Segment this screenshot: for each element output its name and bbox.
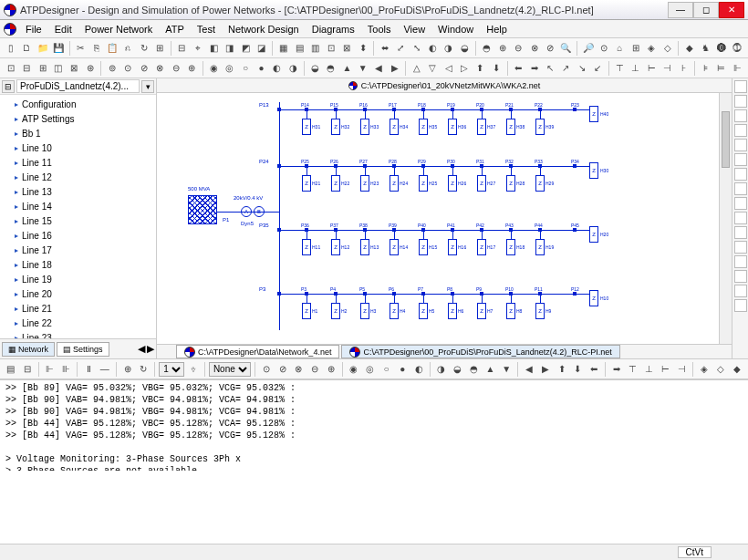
rstrip-btn-11[interactable] — [734, 241, 747, 254]
tb1-btn-42[interactable]: ⓿ — [714, 40, 728, 57]
tb1-btn-23[interactable]: ⤢ — [394, 40, 408, 57]
bt-btn-x21[interactable]: ⊤ — [626, 361, 640, 378]
bt-btn-x18[interactable]: ⬇ — [571, 361, 586, 378]
bt-btn-5[interactable]: — — [98, 361, 112, 378]
tb1-btn-34[interactable]: 🔎 — [581, 40, 595, 57]
tb2-btn-9[interactable]: ⊗ — [153, 60, 167, 77]
bt-btn-x2[interactable]: ⊗ — [291, 361, 306, 378]
tree-item-11[interactable]: ▸Line 18 — [0, 257, 156, 272]
tree-item-7[interactable]: ▸Line 14 — [0, 199, 156, 213]
tb1-btn-20[interactable]: ⊠ — [340, 40, 354, 57]
tb2-btn-38[interactable]: ⊢ — [645, 60, 659, 77]
tree-item-5[interactable]: ▸Line 12 — [0, 170, 156, 184]
tb1-btn-25[interactable]: ◐ — [426, 40, 440, 57]
tab-network[interactable]: ▦ Network — [2, 342, 55, 357]
tree-dropdown-button[interactable]: ▾ — [141, 80, 154, 93]
rstrip-btn-13[interactable] — [734, 270, 747, 283]
tab-settings[interactable]: ▤ Settings — [57, 342, 109, 357]
bt-btn-6[interactable]: ⊕ — [120, 361, 135, 378]
tree-item-13[interactable]: ▸Line 20 — [0, 286, 156, 301]
tb1-btn-32[interactable]: ⊘ — [543, 40, 556, 57]
bt-btn-x5[interactable]: ◉ — [347, 361, 361, 378]
tb1-btn-29[interactable]: ⊕ — [495, 40, 509, 57]
tb1-btn-27[interactable]: ◒ — [457, 40, 471, 57]
tb2-btn-37[interactable]: ⊥ — [629, 60, 642, 77]
rstrip-btn-10[interactable] — [734, 226, 747, 239]
rstrip-btn-1[interactable] — [734, 95, 747, 108]
bt-btn-x11[interactable]: ◒ — [451, 361, 465, 378]
tb1-btn-9[interactable]: ⊞ — [153, 40, 167, 57]
tb1-btn-33[interactable]: 🔍 — [559, 40, 573, 57]
bt-btn-x4[interactable]: ⊕ — [324, 361, 338, 378]
tb2-btn-23[interactable]: ▶ — [388, 60, 401, 77]
maximize-button[interactable]: ◻ — [693, 2, 719, 18]
tree-item-12[interactable]: ▸Line 19 — [0, 272, 156, 286]
canvas-tab-1[interactable]: C:\ATPDesigner\Data\Network_4.net — [176, 345, 339, 358]
bt-btn-x26[interactable]: ◇ — [713, 361, 728, 378]
tree-root[interactable]: ProFuDiS_Landnetz(4.2)... — [16, 79, 140, 93]
bt-btn-x3[interactable]: ⊖ — [307, 361, 322, 378]
tb1-btn-15[interactable]: ◪ — [255, 40, 268, 57]
tb2-btn-33[interactable]: ↗ — [559, 60, 573, 77]
bt-btn-1[interactable]: ⊟ — [20, 361, 35, 378]
tb1-btn-12[interactable]: ◧ — [207, 40, 221, 57]
bt-btn-x15[interactable]: ◀ — [522, 361, 536, 378]
canvas-tab-2[interactable]: C:\ATPDesigner\00_ProFuDiS\ProFuDiS_Land… — [341, 345, 619, 358]
tb1-btn-17[interactable]: ▤ — [292, 40, 306, 57]
tb1-btn-41[interactable]: ♞ — [699, 40, 712, 57]
tb2-btn-1[interactable]: ⊟ — [19, 60, 33, 77]
rstrip-btn-2[interactable] — [734, 109, 747, 122]
bt-btn-x27[interactable]: ◆ — [730, 361, 744, 378]
tb1-btn-3[interactable]: 💾 — [51, 40, 65, 57]
tb2-btn-16[interactable]: ◐ — [270, 60, 284, 77]
rstrip-btn-4[interactable] — [734, 139, 747, 151]
tb1-btn-1[interactable]: 🗋 — [19, 40, 33, 57]
tb2-btn-8[interactable]: ⊘ — [137, 60, 151, 77]
tb1-btn-5[interactable]: ⎘ — [89, 40, 103, 57]
tb1-btn-28[interactable]: ◓ — [480, 40, 493, 57]
tb1-btn-21[interactable]: ⬍ — [356, 40, 369, 57]
rstrip-btn-3[interactable] — [734, 124, 747, 137]
tb2-btn-34[interactable]: ↘ — [575, 60, 588, 77]
tb1-btn-8[interactable]: ↻ — [137, 40, 151, 57]
tb2-btn-22[interactable]: ◀ — [371, 60, 385, 77]
tb2-btn-26[interactable]: ◁ — [442, 60, 455, 77]
bt-btn-x1[interactable]: ⊘ — [275, 361, 290, 378]
tb1-btn-36[interactable]: ⌂ — [613, 40, 627, 57]
tb1-btn-35[interactable]: ⊙ — [597, 40, 610, 57]
tb2-btn-27[interactable]: ▷ — [457, 60, 471, 77]
bt-btn-x10[interactable]: ◑ — [434, 361, 449, 378]
tb1-btn-38[interactable]: ◈ — [645, 40, 659, 57]
tb2-btn-35[interactable]: ↙ — [590, 60, 604, 77]
tb2-btn-17[interactable]: ◑ — [286, 60, 300, 77]
tb2-btn-36[interactable]: ⊤ — [613, 60, 627, 77]
menu-power-network[interactable]: Power Network — [79, 22, 159, 36]
close-button[interactable]: ✕ — [719, 2, 744, 18]
tb1-btn-13[interactable]: ◨ — [223, 40, 236, 57]
tb2-btn-31[interactable]: ➡ — [527, 60, 541, 77]
diagram-canvas[interactable]: 500 MVAAB20kV/0.4 kVDyn5P1P13ZP14H31ZP15… — [170, 93, 719, 344]
tb1-btn-43[interactable]: ⓵ — [730, 40, 743, 57]
tb2-btn-12[interactable]: ◉ — [207, 60, 221, 77]
tb1-btn-7[interactable]: ⎌ — [121, 40, 135, 57]
tb2-btn-5[interactable]: ⊛ — [83, 60, 97, 77]
tree-collapse-button[interactable]: ⊟ — [2, 80, 15, 93]
rstrip-btn-0[interactable] — [734, 80, 747, 93]
tb1-btn-40[interactable]: ◆ — [682, 40, 696, 57]
menu-view[interactable]: View — [398, 22, 431, 36]
tb2-btn-39[interactable]: ⊣ — [660, 60, 674, 77]
bt-btn-x8[interactable]: ● — [395, 361, 410, 378]
bt-btn-x7[interactable]: ○ — [379, 361, 394, 378]
tb1-btn-14[interactable]: ◩ — [238, 40, 252, 57]
menu-test[interactable]: Test — [192, 22, 221, 36]
menu-edit[interactable]: Edit — [49, 22, 78, 36]
bt-btn-x16[interactable]: ▶ — [538, 361, 553, 378]
bt-btn-x22[interactable]: ⊥ — [642, 361, 657, 378]
bt-btn-x24[interactable]: ⊣ — [674, 361, 689, 378]
rstrip-btn-6[interactable] — [734, 168, 747, 181]
menu-atp[interactable]: ATP — [160, 22, 190, 36]
tb1-btn-24[interactable]: ⤡ — [410, 40, 423, 57]
tb1-btn-2[interactable]: 📁 — [36, 40, 49, 57]
bt-btn-8[interactable]: ⎀ — [186, 361, 201, 378]
tb2-btn-0[interactable]: ⊡ — [4, 60, 17, 77]
